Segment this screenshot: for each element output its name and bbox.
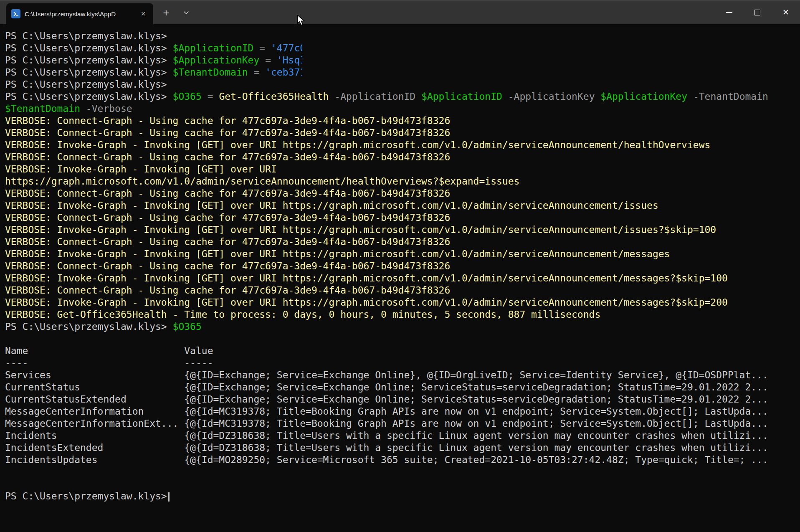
- terminal-line: PS C:\Users\przemyslaw.klys> $Applicatio…: [5, 54, 800, 66]
- terminal-text-segment: '477c: [271, 43, 300, 53]
- terminal-line: VERBOSE: Connect-Graph - Using cache for…: [5, 127, 800, 139]
- terminal-text-segment: VERBOSE: Connect-Graph - Using cache for…: [5, 115, 450, 126]
- terminal-line: ---- -----: [5, 357, 800, 369]
- terminal-line: PS C:\Users\przemyslaw.klys>: [5, 79, 800, 91]
- terminal-text-segment: VERBOSE: Connect-Graph - Using cache for…: [5, 127, 450, 138]
- terminal-text-segment: 0: [300, 43, 306, 53]
- terminal-line: VERBOSE: Invoke-Graph - Invoking [GET] o…: [5, 248, 800, 260]
- terminal-text-segment: Incidents {@{Id=DZ318638; Title=Users wi…: [5, 430, 768, 441]
- terminal-text-segment: =: [253, 43, 271, 53]
- terminal-line: Incidents {@{Id=DZ318638; Title=Users wi…: [5, 430, 800, 442]
- terminal-text-segment: PS C:\Users\przemyslaw.klys>: [5, 30, 167, 41]
- terminal-line: [5, 466, 800, 478]
- terminal-text-segment: PS C:\Users\przemyslaw.klys>: [5, 321, 173, 332]
- terminal-text-segment: CurrentStatus {@{ID=Exchange; Service=Ex…: [5, 382, 768, 393]
- terminal-line: PS C:\Users\przemyslaw.klys>: [5, 30, 800, 42]
- terminal-line: VERBOSE: Invoke-Graph - Invoking [GET] o…: [5, 272, 800, 284]
- terminal-text-segment: VERBOSE: Invoke-Graph - Invoking [GET] o…: [5, 248, 670, 259]
- terminal-text-segment: $ApplicationKey: [600, 91, 687, 102]
- terminal-line: VERBOSE: Invoke-Graph - Invoking [GET] o…: [5, 296, 800, 309]
- terminal-line: VERBOSE: Connect-Graph - Using cache for…: [5, 236, 800, 248]
- terminal-line: PS C:\Users\przemyslaw.klys>: [5, 490, 800, 502]
- terminal-line: [5, 478, 800, 490]
- terminal-line: VERBOSE: Connect-Graph - Using cache for…: [5, 212, 800, 224]
- terminal-line: IncidentsExtended {@{Id=DZ318638; Title=…: [5, 442, 800, 454]
- terminal-text-segment: PS C:\Users\przemyslaw.klys>: [5, 491, 167, 502]
- terminal-text-segment: $O365: [173, 321, 202, 332]
- terminal-text-segment: VERBOSE: Invoke-Graph - Invoking [GET] o…: [5, 139, 710, 150]
- terminal-line: VERBOSE: Connect-Graph - Using cache for…: [5, 187, 800, 200]
- chevron-down-icon: [183, 10, 189, 15]
- terminal-text-segment: PS C:\Users\przemyslaw.klys>: [5, 79, 167, 90]
- terminal-text-segment: -Verbose: [80, 103, 132, 114]
- terminal-output[interactable]: PS C:\Users\przemyslaw.klys>PS C:\Users\…: [0, 24, 800, 532]
- terminal-text-segment: Name Value: [5, 345, 213, 356]
- terminal-line: $TenantDomain -Verbose: [5, 103, 800, 115]
- terminal-text-segment: MessageCenterInformation {@{Id=MC319378;…: [5, 406, 768, 417]
- terminal-line: Name Value: [5, 345, 800, 357]
- terminal-line: VERBOSE: Get-Office365Health - Time to p…: [5, 309, 800, 321]
- terminal-text-segment: VERBOSE: Invoke-Graph - Invoking [GET] o…: [5, 297, 728, 308]
- minimize-icon: [726, 12, 732, 13]
- window-controls: ✕: [715, 0, 800, 24]
- close-icon: ✕: [782, 8, 789, 16]
- terminal-line: VERBOSE: Connect-Graph - Using cache for…: [5, 115, 800, 127]
- terminal-line: [5, 333, 800, 345]
- close-icon: ✕: [141, 10, 146, 17]
- terminal-line: PS C:\Users\przemyslaw.klys> $O365 = Get…: [5, 91, 800, 103]
- terminal-text-segment: 1: [300, 67, 306, 78]
- tab-close-button[interactable]: ✕: [138, 9, 148, 19]
- terminal-text-segment: -ApplicationID: [329, 91, 421, 102]
- plus-icon: +: [163, 8, 170, 18]
- terminal-text-segment: VERBOSE: Invoke-Graph - Invoking [GET] o…: [5, 164, 277, 175]
- maximize-button[interactable]: [743, 0, 772, 24]
- maximize-icon: [754, 10, 760, 15]
- terminal-text-segment: =: [259, 55, 277, 66]
- terminal-text-segment: I: [300, 55, 306, 66]
- terminal-line: VERBOSE: Invoke-Graph - Invoking [GET] o…: [5, 224, 800, 236]
- terminal-text-segment: IncidentsExtended {@{Id=DZ318638; Title=…: [5, 442, 768, 453]
- terminal-text-segment: Services {@{ID=Exchange; Service=Exchang…: [5, 370, 768, 380]
- terminal-text-segment: CurrentStatusExtended {@{ID=Exchange; Se…: [5, 394, 768, 405]
- terminal-line: https://graph.microsoft.com/v1.0/admin/s…: [5, 175, 800, 187]
- terminal-text-segment: $TenantDomain: [173, 67, 248, 78]
- terminal-text-segment: VERBOSE: Invoke-Graph - Invoking [GET] o…: [5, 224, 716, 235]
- terminal-text-segment: $ApplicationKey: [173, 55, 260, 66]
- terminal-text-segment: VERBOSE: Connect-Graph - Using cache for…: [5, 152, 450, 162]
- minimize-button[interactable]: [715, 0, 743, 24]
- terminal-line: MessageCenterInformationExt... {@{Id=MC3…: [5, 418, 800, 430]
- terminal-text-segment: $ApplicationID: [421, 91, 502, 102]
- terminal-text-segment: IncidentsUpdates {@{Id=MO289250; Service…: [5, 454, 768, 465]
- titlebar: C:\Users\przemyslaw.klys\AppD ✕ + ✕: [0, 0, 800, 24]
- terminal-text-segment: PS C:\Users\przemyslaw.klys>: [5, 91, 173, 102]
- terminal-text-segment: ---- -----: [5, 357, 213, 368]
- terminal-text-segment: =: [202, 91, 219, 102]
- terminal-text-segment: $TenantDomain: [5, 103, 80, 114]
- terminal-text-segment: -ApplicationKey: [502, 91, 600, 102]
- terminal-text-segment: Get-Office365Health: [219, 91, 329, 102]
- terminal-line: PS C:\Users\przemyslaw.klys> $TenantDoma…: [5, 66, 800, 79]
- new-tab-button[interactable]: +: [159, 5, 173, 20]
- terminal-text-segment: PS C:\Users\przemyslaw.klys>: [5, 67, 173, 78]
- terminal-line: IncidentsUpdates {@{Id=MO289250; Service…: [5, 454, 800, 466]
- terminal-text-segment: PS C:\Users\przemyslaw.klys>: [5, 43, 173, 53]
- terminal-tab[interactable]: C:\Users\przemyslaw.klys\AppD ✕: [6, 3, 153, 24]
- tab-dropdown-button[interactable]: [179, 5, 193, 20]
- terminal-line: VERBOSE: Connect-Graph - Using cache for…: [5, 284, 800, 296]
- close-button[interactable]: ✕: [772, 0, 800, 24]
- terminal-text-segment: $O365: [173, 91, 202, 102]
- terminal-line: VERBOSE: Invoke-Graph - Invoking [GET] o…: [5, 200, 800, 212]
- terminal-text-segment: VERBOSE: Connect-Graph - Using cache for…: [5, 285, 450, 296]
- terminal-line: VERBOSE: Connect-Graph - Using cache for…: [5, 260, 800, 272]
- powershell-icon: [11, 9, 20, 18]
- terminal-line: MessageCenterInformation {@{Id=MC319378;…: [5, 405, 800, 418]
- terminal-line: PS C:\Users\przemyslaw.klys> $O365: [5, 321, 800, 333]
- terminal-text-segment: VERBOSE: Connect-Graph - Using cache for…: [5, 261, 450, 271]
- terminal-text-segment: -TenantDomain: [687, 91, 768, 102]
- terminal-text-segment: MessageCenterInformationExt... {@{Id=MC3…: [5, 418, 768, 429]
- terminal-line: CurrentStatus {@{ID=Exchange; Service=Ex…: [5, 381, 800, 393]
- terminal-text-segment: VERBOSE: Invoke-Graph - Invoking [GET] o…: [5, 273, 728, 284]
- terminal-line: VERBOSE: Invoke-Graph - Invoking [GET] o…: [5, 163, 800, 175]
- terminal-text-segment: $ApplicationID: [173, 43, 254, 53]
- terminal-text-segment: VERBOSE: Connect-Graph - Using cache for…: [5, 212, 450, 223]
